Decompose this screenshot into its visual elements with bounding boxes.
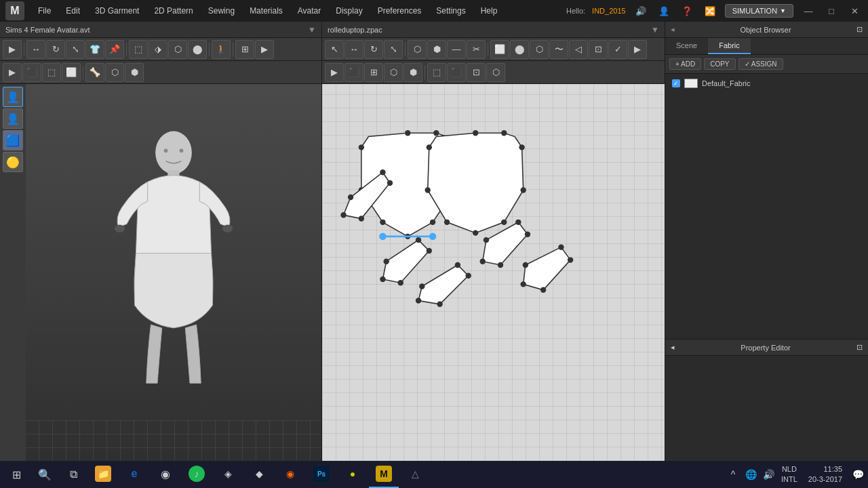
tool2d-seam-show[interactable]: ⬡ (384, 63, 403, 82)
tool2d-point-edit[interactable]: ⬡ (408, 40, 427, 59)
ob-tab-fabric[interactable]: Fabric (708, 38, 751, 54)
tool2d-sew[interactable]: ⊡ (589, 40, 608, 59)
menu-help[interactable]: Help (474, 3, 505, 18)
avatar-thumb-3[interactable]: 🟡 (3, 152, 23, 172)
tool-more[interactable]: ▶ (255, 40, 274, 59)
taskbar-firefox[interactable]: ◉ (275, 461, 305, 488)
simulation-button[interactable]: SIMULATION ▼ (725, 4, 793, 18)
tool2d-cut[interactable]: ✂ (467, 40, 486, 59)
switch-icon[interactable]: 🔀 (702, 3, 718, 19)
tool-lasso[interactable]: ⬡ (168, 40, 187, 59)
taskbar-ps1[interactable]: Ps (307, 461, 336, 488)
tool2d-grid1[interactable]: ⬛ (344, 63, 363, 82)
tool2d-bezier[interactable]: 〜 (549, 40, 568, 59)
menu-sewing[interactable]: Sewing (201, 3, 241, 18)
back-bodice[interactable] (425, 130, 526, 236)
taskbar-app2[interactable]: ● (338, 461, 368, 488)
menu-settings[interactable]: Settings (429, 3, 472, 18)
taskbar-taskview[interactable]: ⧉ (60, 461, 87, 488)
avatar-thumb-2[interactable]: 🟦 (3, 130, 23, 150)
tray-notification[interactable]: 💬 (850, 467, 865, 482)
taskbar-clock[interactable]: 11:35 20-3-2017 (803, 464, 848, 485)
start-button[interactable]: ⊞ (3, 461, 30, 488)
right-panel-close[interactable]: ▼ (651, 25, 659, 35)
taskbar-blender[interactable]: △ (400, 461, 430, 488)
viewport-3d[interactable]: 👤 👤 🟦 🟡 (0, 84, 321, 474)
tool-select2[interactable]: ⬗ (149, 40, 167, 59)
pattern-canvas[interactable] (322, 84, 665, 474)
tool2d-scale[interactable]: ⤡ (384, 40, 403, 59)
ob-copy-button[interactable]: COPY (704, 58, 735, 70)
taskbar-explorer[interactable]: 📁 (88, 461, 118, 488)
tool-select3d[interactable]: ⬚ (129, 40, 148, 59)
taskbar-chrome[interactable]: ◉ (151, 461, 180, 488)
tool-view3[interactable]: ⬜ (62, 63, 81, 82)
taskbar-edge[interactable]: ◈ (213, 461, 243, 488)
tool-pin[interactable]: 📌 (105, 40, 124, 59)
pe-close-icon[interactable]: ⊡ (856, 343, 863, 352)
taskbar-search[interactable]: 🔍 (31, 461, 58, 488)
tool2d-rotate[interactable]: ↻ (364, 40, 383, 59)
menu-preferences[interactable]: Preferences (371, 3, 429, 18)
tool-avatar-move[interactable]: 🚶 (212, 40, 231, 59)
taskbar-marvelous[interactable]: M (369, 461, 399, 488)
tool2d-rect[interactable]: ⬜ (490, 40, 509, 59)
ob-close-icon[interactable]: ⊡ (856, 25, 863, 34)
menu-2d-pattern[interactable]: 2D Pattern (147, 3, 199, 18)
taskbar-app1[interactable]: ◆ (244, 461, 274, 488)
tool2d-dart[interactable]: ◁ (569, 40, 588, 59)
tool2d-render[interactable]: ⬛ (447, 63, 466, 82)
tool2d-polygon[interactable]: ⬡ (530, 40, 549, 59)
tool-point[interactable]: ⬤ (188, 40, 207, 59)
taskbar-ie[interactable]: e (119, 461, 149, 488)
tray-net[interactable]: 🌐 (743, 467, 758, 482)
tool2d-move[interactable]: ↔ (344, 40, 363, 59)
menu-materials[interactable]: Materials (243, 3, 290, 18)
tool-arrange[interactable]: ⊞ (235, 40, 254, 59)
tool2d-sewing-show[interactable]: ⬢ (403, 63, 422, 82)
tool2d-mesh[interactable]: ⬚ (427, 63, 446, 82)
avatar-icon[interactable]: 👤 (656, 3, 672, 19)
tool-view1[interactable]: ⬛ (22, 63, 41, 82)
tool2d-texture[interactable]: ⊡ (467, 63, 486, 82)
tray-vol[interactable]: 🔊 (761, 467, 776, 482)
menu-file[interactable]: File (31, 3, 58, 18)
ob-add-button[interactable]: + ADD (669, 58, 701, 70)
avatar-thumb-1[interactable]: 👤 (3, 108, 23, 129)
tool-mesh[interactable]: ⬡ (105, 63, 124, 82)
tool2d-more[interactable]: ▶ (628, 40, 647, 59)
volume-icon[interactable]: 🔊 (633, 3, 649, 19)
tool-rotate[interactable]: ↻ (46, 40, 65, 59)
ob-fabric-item[interactable]: ✓ Default_Fabric (668, 77, 865, 90)
tool-play[interactable]: ▶ (3, 40, 22, 59)
left-sleeve-lower-1[interactable] (380, 237, 432, 286)
tool2d-grid2[interactable]: ⊞ (364, 63, 383, 82)
left-sleeve-lower-2[interactable] (416, 262, 471, 307)
help-icon[interactable]: ❓ (679, 3, 695, 19)
tool-view-play[interactable]: ▶ (3, 63, 22, 82)
tool-bone[interactable]: 🦴 (85, 63, 104, 82)
tool2d-check[interactable]: ✓ (608, 40, 627, 59)
tray-language[interactable]: NLD INTL (778, 464, 800, 485)
menu-3d-garment[interactable]: 3D Garment (88, 3, 146, 18)
tool-garment[interactable]: 👕 (85, 40, 104, 59)
avatar-thumb-0[interactable]: 👤 (3, 87, 23, 107)
tool2d-seam[interactable]: ⬢ (427, 40, 446, 59)
tool2d-select[interactable]: ↖ (325, 40, 344, 59)
menu-avatar[interactable]: Avatar (291, 3, 328, 18)
tray-show-hidden[interactable]: ^ (726, 467, 741, 482)
tool2d-line[interactable]: — (447, 40, 466, 59)
tool-scale[interactable]: ⤡ (66, 40, 85, 59)
maximize-icon[interactable]: □ (823, 3, 840, 19)
tool2d-play[interactable]: ▶ (325, 63, 344, 82)
ob-tab-scene[interactable]: Scene (665, 38, 708, 54)
menu-edit[interactable]: Edit (59, 3, 87, 18)
tool-skin[interactable]: ⬢ (125, 63, 144, 82)
tool-view2[interactable]: ⬚ (42, 63, 61, 82)
minimize-icon[interactable]: — (800, 3, 816, 19)
menu-display[interactable]: Display (329, 3, 369, 18)
tool2d-extra[interactable]: ⬡ (486, 63, 505, 82)
taskbar-spotify[interactable]: ♪ (182, 461, 212, 488)
tool2d-circle[interactable]: ⬤ (510, 40, 529, 59)
tool-move[interactable]: ↔ (26, 40, 45, 59)
